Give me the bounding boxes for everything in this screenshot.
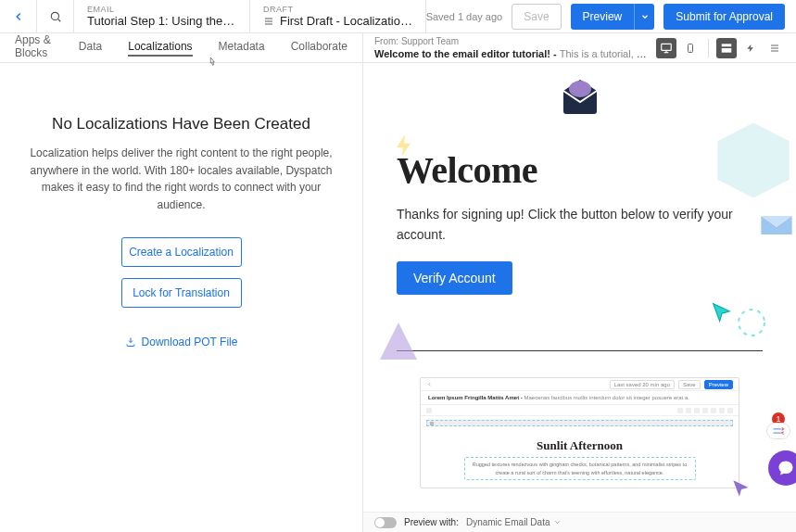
breadcrumb-title: First Draft - Localizations: [280, 14, 412, 28]
save-button[interactable]: Save: [512, 4, 561, 30]
breadcrumb-draft[interactable]: DRAFT First Draft - Localizations: [250, 0, 426, 32]
svg-rect-11: [722, 48, 732, 53]
nested-saved-label: Last saved 20 min ago: [610, 380, 675, 389]
cursor-decoration-icon: [729, 476, 753, 500]
chevron-left-icon: [426, 381, 433, 387]
breadcrumb-title: Tutorial Step 1: Using the Email B…: [87, 14, 236, 28]
svg-rect-5: [662, 44, 672, 50]
nested-save-button: Save: [678, 380, 701, 389]
nested-preview-button: Preview: [704, 380, 733, 389]
envelope-hero-icon: [397, 78, 763, 115]
chat-icon: [777, 459, 795, 477]
collapse-icon: [772, 426, 785, 436]
breadcrumb-email[interactable]: EMAIL Tutorial Step 1: Using the Email B…: [74, 0, 250, 32]
flash-mode-button[interactable]: [740, 38, 761, 58]
tab-metadata[interactable]: Metadata: [219, 40, 265, 57]
back-button[interactable]: [0, 0, 37, 32]
viewport-mobile-button[interactable]: [680, 38, 701, 58]
toolbar-divider: [708, 39, 709, 57]
mobile-icon: [685, 43, 696, 54]
chevron-left-icon: [12, 10, 25, 23]
chevron-down-icon: [553, 518, 562, 526]
list-icon: [769, 43, 780, 54]
layout-mode-button[interactable]: [716, 38, 737, 58]
svg-line-1: [57, 19, 60, 21]
email-paragraph: Thanks for signing up! Click the button …: [397, 205, 763, 245]
download-icon: [125, 336, 136, 348]
search-icon: [49, 10, 62, 23]
tab-collaborate[interactable]: Collaborate: [291, 40, 347, 57]
submit-approval-button[interactable]: Submit for Approval: [663, 4, 785, 30]
saved-ago-text: Saved 1 day ago: [426, 11, 503, 22]
preview-subject: Welcome to the email editor tutorial! - …: [374, 47, 649, 60]
nested-title: Sunlit Afternoon: [430, 438, 729, 453]
svg-marker-16: [380, 323, 417, 360]
chat-widget-button[interactable]: [768, 450, 796, 486]
viewport-desktop-button[interactable]: [656, 38, 676, 58]
chevron-down-icon: [640, 12, 650, 21]
download-pot-link[interactable]: Download POT File: [125, 336, 238, 348]
breadcrumb-label: EMAIL: [87, 5, 236, 14]
layout-icon: [720, 42, 733, 55]
lock-translation-button[interactable]: Lock for Translation: [121, 278, 242, 308]
email-headline: Welcome: [397, 148, 763, 192]
triangle-decoration-icon: [380, 323, 417, 360]
dashed-circle-decoration-icon: [733, 304, 770, 341]
nested-subject: Lorem Ipsum Fringilla Mattis Amet - Maec…: [421, 391, 739, 405]
preview-with-label: Preview with:: [404, 517, 459, 527]
collapse-widget-button[interactable]: [766, 423, 790, 439]
preview-button[interactable]: Preview: [571, 4, 635, 30]
empty-state-body: Localization helps deliver the right con…: [30, 145, 333, 213]
nested-editor-screenshot: Last saved 20 min ago Save Preview Lorem…: [420, 377, 739, 488]
preview-mode-selector[interactable]: Dynamic Email Data: [466, 517, 562, 527]
search-button[interactable]: [37, 0, 74, 32]
preview-from: From: Support Team: [374, 35, 649, 47]
preview-toggle[interactable]: [374, 517, 397, 528]
email-divider: [397, 350, 763, 351]
desktop-icon: [660, 42, 673, 55]
empty-state-heading: No Localizations Have Been Created: [30, 115, 333, 133]
breadcrumb-label: DRAFT: [263, 5, 412, 14]
svg-point-17: [739, 310, 764, 336]
bolt-icon: [746, 43, 755, 54]
menu-icon: [263, 16, 274, 27]
tab-apps-blocks[interactable]: Apps & Blocks: [15, 33, 53, 63]
list-mode-button[interactable]: [764, 38, 785, 58]
tab-localizations[interactable]: Localizations: [128, 40, 192, 57]
email-preview-pane[interactable]: Welcome Thanks for signing up! Click the…: [363, 63, 796, 512]
preview-split-button[interactable]: Preview: [571, 4, 655, 30]
preview-dropdown[interactable]: [634, 4, 654, 30]
cursor-decoration-icon: [709, 299, 735, 325]
download-pot-label: Download POT File: [142, 336, 238, 348]
svg-rect-10: [722, 44, 732, 46]
nested-copy: Rugged textures rendezvous with gingham …: [464, 457, 696, 480]
tab-data[interactable]: Data: [79, 40, 102, 57]
svg-point-18: [569, 81, 591, 97]
create-localization-button[interactable]: Create a Localization: [121, 237, 242, 267]
svg-point-0: [51, 12, 58, 19]
verify-account-button[interactable]: Verify Account: [397, 261, 512, 295]
